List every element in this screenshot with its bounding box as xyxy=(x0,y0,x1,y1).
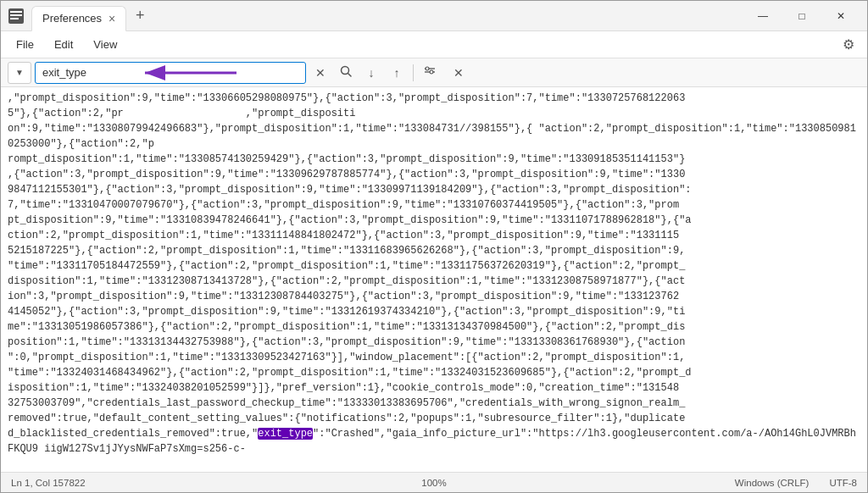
menu-file[interactable]: File xyxy=(8,35,42,54)
tab-title: Preferences xyxy=(42,12,102,25)
svg-rect-2 xyxy=(10,14,22,16)
options-icon xyxy=(424,65,436,80)
search-button[interactable] xyxy=(335,62,357,84)
svg-point-8 xyxy=(426,67,429,70)
text-content-area[interactable]: ,"prompt_disposition":9,"time":"13306605… xyxy=(1,87,867,472)
chevron-down-icon: ▼ xyxy=(15,68,24,77)
status-right-group: Windows (CRLF) UTF-8 xyxy=(735,478,857,488)
search-highlight: exit_type xyxy=(258,428,313,440)
menubar: File Edit View ⚙ xyxy=(1,31,867,58)
clear-icon: ✕ xyxy=(315,66,326,80)
settings-gear-icon[interactable]: ⚙ xyxy=(837,33,860,57)
clear-search-button[interactable]: ✕ xyxy=(309,62,331,84)
menu-edit[interactable]: Edit xyxy=(46,35,81,54)
tab-container: Preferences × + xyxy=(31,1,743,31)
close-button[interactable]: ✕ xyxy=(821,3,860,30)
new-tab-button[interactable]: + xyxy=(130,6,150,26)
nav-down-button[interactable]: ↓ xyxy=(360,62,382,84)
svg-rect-1 xyxy=(10,11,22,13)
line-ending[interactable]: Windows (CRLF) xyxy=(735,478,810,488)
svg-point-9 xyxy=(430,70,433,74)
window-controls: — □ ✕ xyxy=(743,3,860,30)
statusbar: Ln 1, Col 157822 100% Windows (CRLF) UTF… xyxy=(1,472,867,492)
encoding[interactable]: UTF-8 xyxy=(829,478,857,488)
arrow-up-icon: ↑ xyxy=(394,66,400,80)
find-options-button[interactable] xyxy=(419,62,441,84)
search-icon xyxy=(340,65,352,80)
close-icon: ✕ xyxy=(453,66,464,80)
findbar: ▼ ✕ ↓ ↑ ✕ xyxy=(1,58,867,87)
findbar-dropdown-button[interactable]: ▼ xyxy=(8,62,31,84)
maximize-button[interactable]: □ xyxy=(782,3,821,30)
svg-rect-3 xyxy=(10,18,19,19)
menu-view[interactable]: View xyxy=(85,35,125,54)
search-input[interactable] xyxy=(35,62,306,84)
tab-close-button[interactable]: × xyxy=(108,13,115,25)
app-icon xyxy=(8,8,25,25)
close-findbar-button[interactable]: ✕ xyxy=(448,62,470,84)
svg-line-5 xyxy=(348,74,352,77)
titlebar: Preferences × + — □ ✕ xyxy=(1,1,867,31)
minimize-button[interactable]: — xyxy=(743,3,782,30)
arrow-down-icon: ↓ xyxy=(369,66,375,80)
findbar-separator xyxy=(413,64,414,81)
cursor-position: Ln 1, Col 157822 xyxy=(11,478,735,488)
active-tab[interactable]: Preferences × xyxy=(31,6,126,31)
nav-up-button[interactable]: ↑ xyxy=(386,62,408,84)
zoom-level: 100% xyxy=(421,478,446,488)
